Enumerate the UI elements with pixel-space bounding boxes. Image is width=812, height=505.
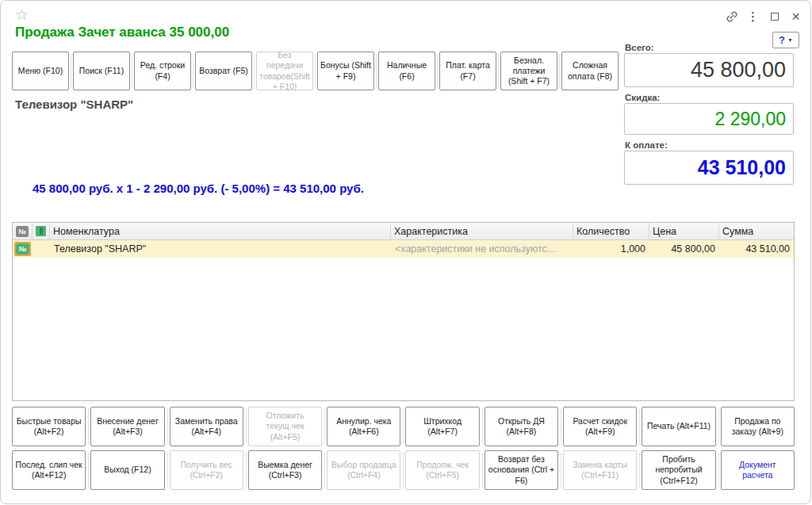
cash-button[interactable]: Наличные (F6) — [378, 52, 435, 90]
no-goods-transfer-button: Без передачи товаров(Shift + F10) — [256, 52, 313, 90]
col-char-header: Характеристика — [391, 223, 573, 239]
search-button[interactable]: Поиск (F11) — [73, 52, 130, 90]
exit-button[interactable]: Выход (F12) — [90, 450, 164, 490]
col-price-header: Цена — [649, 223, 719, 239]
price-formula: 45 800,00 руб. x 1 - 2 290,00 руб. (- 5,… — [33, 182, 364, 195]
sale-by-order-button[interactable]: Продажа по заказу (Alt+9) — [721, 407, 795, 446]
toolbar-bottom-row1: Быстрые товары (Alt+F2) Внесение денег (… — [12, 407, 795, 446]
help-icon: ? — [779, 34, 785, 46]
barcode-button[interactable]: Штрихкод (Alt+F7) — [405, 407, 479, 446]
menu-button[interactable]: Меню (F10) — [12, 52, 69, 90]
chevron-down-icon: ▼ — [787, 37, 793, 43]
col-icon-header — [33, 223, 50, 239]
cell-price: 45 800,00 — [649, 240, 719, 258]
edit-row-button[interactable]: Ред. строки (F4) — [134, 52, 191, 90]
cash-withdrawal-button[interactable]: Выемка денег (Ctrl+F3) — [248, 450, 322, 490]
change-rights-button[interactable]: Заменить права (Alt+F4) — [170, 407, 243, 446]
punch-unpunched-button[interactable]: Пробить непробитый (Ctrl+F12) — [642, 450, 715, 490]
return-button[interactable]: Возврат (F5) — [195, 52, 252, 90]
annul-receipt-button[interactable]: Аннулир. чека (Alt+F6) — [327, 407, 400, 446]
col-name-header: Номенклатура — [50, 223, 391, 239]
col-num-header: № — [13, 223, 33, 239]
quick-goods-button[interactable]: Быстрые товары (Alt+F2) — [12, 407, 86, 446]
row-cursor: № — [14, 242, 31, 256]
due-label: К оплате: — [625, 140, 668, 150]
due-field[interactable]: 43 510,00 — [624, 151, 794, 185]
return-no-reason-button[interactable]: Возврат без основания (Ctrl + F6) — [485, 450, 558, 490]
bonuses-button[interactable]: Бонусы (Shift + F9) — [317, 52, 374, 90]
payment-card-button[interactable]: Плат. карта (F7) — [439, 52, 496, 90]
num-badge-icon: № — [16, 226, 29, 237]
cell-name: Телевизор "SHARP" — [50, 240, 391, 258]
complex-payment-button[interactable]: Сложная оплата (F8) — [561, 52, 619, 90]
titlebar-controls: ⋮ ✕ — [721, 9, 806, 25]
open-drawer-button[interactable]: Открыть ДЯ (Alt+F8) — [485, 407, 558, 446]
page-title: Продажа Зачет аванса 35 000,00 — [15, 25, 229, 40]
link-icon[interactable] — [721, 9, 742, 25]
last-slip-button[interactable]: Послед. слип чек (Alt+F12) — [12, 450, 86, 490]
cell-quantity: 1,000 — [573, 240, 649, 258]
col-sum-header: Сумма — [719, 223, 794, 239]
continue-receipt-button: Продолж. чек (Ctrl+F5) — [405, 450, 479, 490]
product-title: Телевизор "SHARP" — [15, 98, 133, 111]
pos-window: ☆ ⋮ ✕ Продажа Зачет аванса 35 000,00 ? ▼… — [0, 0, 811, 504]
items-table: № Номенклатура Характеристика Количество… — [12, 222, 795, 401]
defer-receipt-button: Отложить текущ.чек (Alt+F5) — [248, 407, 322, 446]
discount-calc-button[interactable]: Расчет скидок (Alt+F9) — [563, 407, 637, 446]
deposit-money-button[interactable]: Внесение денег (Alt+F3) — [90, 407, 164, 446]
discount-label: Скидка: — [625, 93, 660, 102]
toolbar-bottom-row2: Послед. слип чек (Alt+F12) Выход (F12) П… — [12, 450, 795, 490]
total-label: Всего: — [625, 43, 654, 52]
favorites-star-icon[interactable]: ☆ — [15, 6, 29, 24]
cashless-payments-button[interactable]: Безнал. платежи (Shift + F7) — [500, 52, 557, 90]
table-header: № Номенклатура Характеристика Количество… — [13, 223, 794, 240]
maximize-button[interactable] — [764, 9, 785, 25]
close-button[interactable]: ✕ — [785, 9, 806, 25]
select-seller-button: Выбор продавца (Ctrl+F4) — [327, 450, 400, 490]
get-weight-button: Получить вес (Ctrl+F2) — [170, 450, 243, 490]
cell-sum: 43 510,00 — [719, 240, 794, 258]
characteristic-icon — [36, 226, 46, 236]
cell-characteristic: <характеристики не используютс… — [391, 240, 573, 258]
more-menu-icon[interactable]: ⋮ — [742, 9, 764, 25]
discount-field[interactable]: 2 290,00 — [624, 103, 794, 135]
row-num-badge-icon: № — [16, 243, 29, 254]
print-button[interactable]: Печать (Alt+F11) — [642, 407, 715, 446]
col-qty-header: Количество — [573, 223, 649, 239]
total-field[interactable]: 45 800,00 — [624, 53, 794, 87]
table-row[interactable]: № Телевизор "SHARP" <характеристики не и… — [13, 240, 794, 258]
help-button[interactable]: ? ▼ — [772, 32, 799, 48]
toolbar-top: Меню (F10) Поиск (F11) Ред. строки (F4) … — [12, 52, 624, 90]
settlement-document-button[interactable]: Документ расчета — [721, 450, 795, 490]
replace-card-button: Замена карты (Ctrl+F11) — [563, 450, 637, 490]
